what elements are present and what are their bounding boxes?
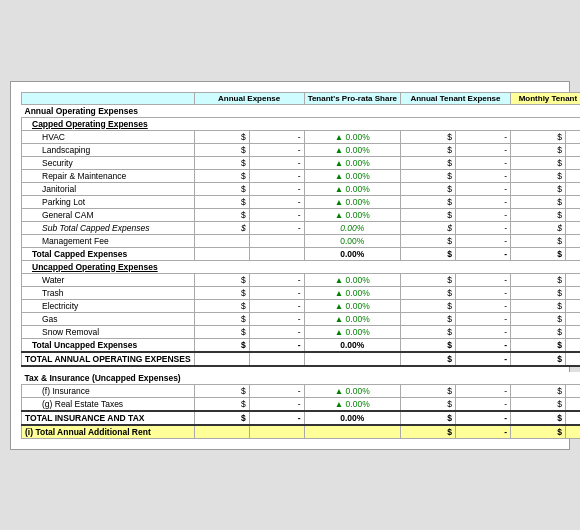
table-row: Trash $ - ▲ 0.00% $ - $ - — [22, 286, 581, 299]
table-row: Security $ - ▲ 0.00% $ - $ - — [22, 156, 581, 169]
trash-pct: ▲ 0.00% — [304, 286, 400, 299]
total-uncapped-row: Total Uncapped Expenses $ - 0.00% $ - $ … — [22, 338, 581, 352]
janitorial-dollar: $ — [194, 182, 249, 195]
janitorial-monthly-dollar: $ — [510, 182, 565, 195]
security-monthly-dollar: $ — [510, 156, 565, 169]
electricity-annual-amount: - — [455, 299, 510, 312]
table-row: HVAC $ - ▲ 0.00% $ - $ - — [22, 130, 581, 143]
insurance-monthly-amount: - — [565, 384, 580, 397]
water-monthly-dollar: $ — [510, 273, 565, 286]
mgmt-pct: 0.00% — [304, 234, 400, 247]
total-ins-pct: 0.00% — [304, 411, 400, 425]
landscaping-label: Landscaping — [22, 143, 195, 156]
snow-amount: - — [249, 325, 304, 338]
general-cam-monthly-dollar: $ — [510, 208, 565, 221]
janitorial-label: Janitorial — [22, 182, 195, 195]
annual-operating-label: Annual Operating Expenses — [22, 104, 581, 117]
water-amount: - — [249, 273, 304, 286]
total-ins-annual-dollar: $ — [400, 411, 455, 425]
real-estate-annual-amount: - — [455, 397, 510, 411]
electricity-monthly-dollar: $ — [510, 299, 565, 312]
total-uncapped-monthly-amount: - — [565, 338, 580, 352]
parking-monthly-amount: - — [565, 195, 580, 208]
gas-annual-amount: - — [455, 312, 510, 325]
rent-dollar1 — [194, 425, 249, 439]
subsection-uncapped: Uncapped Operating Expenses — [22, 260, 581, 273]
section-annual-operating: Annual Operating Expenses — [22, 104, 581, 117]
snow-dollar: $ — [194, 325, 249, 338]
electricity-label: Electricity — [22, 299, 195, 312]
landscaping-monthly-amount: - — [565, 143, 580, 156]
section-tax-insurance: Tax & Insurance (Uncapped Expenses) — [22, 372, 581, 385]
electricity-amount: - — [249, 299, 304, 312]
janitorial-annual-dollar: $ — [400, 182, 455, 195]
repair-annual-amount: - — [455, 169, 510, 182]
parking-annual-amount: - — [455, 195, 510, 208]
total-capped-label: Total Capped Expenses — [22, 247, 195, 260]
sub-capped-annual-amount: - — [455, 221, 510, 234]
total-capped-annual-amount: - — [455, 247, 510, 260]
table-row: Parking Lot $ - ▲ 0.00% $ - $ - — [22, 195, 581, 208]
total-annual-pct — [304, 352, 400, 366]
total-ins-dollar: $ — [194, 411, 249, 425]
real-estate-amount: - — [249, 397, 304, 411]
table-row: Gas $ - ▲ 0.00% $ - $ - — [22, 312, 581, 325]
sub-total-capped-label: Sub Total Capped Expenses — [22, 221, 195, 234]
gas-label: Gas — [22, 312, 195, 325]
water-monthly-amount: - — [565, 273, 580, 286]
table-row: Water $ - ▲ 0.00% $ - $ - — [22, 273, 581, 286]
water-pct: ▲ 0.00% — [304, 273, 400, 286]
general-cam-dollar: $ — [194, 208, 249, 221]
rent-annual-dollar: $ — [400, 425, 455, 439]
subtotal-capped-row: Sub Total Capped Expenses $ - 0.00% $ - … — [22, 221, 581, 234]
repair-pct: ▲ 0.00% — [304, 169, 400, 182]
total-capped-monthly-dollar: $ — [510, 247, 565, 260]
expense-table: Annual Expense Tenant's Pro-rata Share A… — [21, 92, 580, 439]
tax-insurance-label: Tax & Insurance (Uncapped Expenses) — [22, 372, 581, 385]
repair-dollar: $ — [194, 169, 249, 182]
repair-monthly-dollar: $ — [510, 169, 565, 182]
electricity-annual-dollar: $ — [400, 299, 455, 312]
security-monthly-amount: - — [565, 156, 580, 169]
mgmt-annual-dollar: $ — [400, 234, 455, 247]
security-pct: ▲ 0.00% — [304, 156, 400, 169]
trash-monthly-dollar: $ — [510, 286, 565, 299]
total-ins-monthly-dollar: $ — [510, 411, 565, 425]
total-uncapped-label: Total Uncapped Expenses — [22, 338, 195, 352]
real-estate-monthly-amount: - — [565, 397, 580, 411]
hvac-annual-amount: - — [455, 130, 510, 143]
total-insurance-tax-row: TOTAL INSURANCE AND TAX $ - 0.00% $ - $ … — [22, 411, 581, 425]
header-annual-expense: Annual Expense — [194, 92, 304, 104]
total-capped-monthly-amount: - — [565, 247, 580, 260]
total-insurance-tax-label: TOTAL INSURANCE AND TAX — [22, 411, 195, 425]
rent-annual-amount: - — [455, 425, 510, 439]
hvac-monthly-dollar: $ — [510, 130, 565, 143]
sub-capped-amount: - — [249, 221, 304, 234]
parking-amount: - — [249, 195, 304, 208]
security-dollar: $ — [194, 156, 249, 169]
general-cam-amount: - — [249, 208, 304, 221]
trash-annual-dollar: $ — [400, 286, 455, 299]
total-ins-annual-amount: - — [455, 411, 510, 425]
header-monthly-tenant: Monthly Tenant Expense — [510, 92, 580, 104]
snow-pct: ▲ 0.00% — [304, 325, 400, 338]
total-capped-dollar — [194, 247, 249, 260]
total-uncapped-pct: 0.00% — [304, 338, 400, 352]
total-capped-annual-dollar: $ — [400, 247, 455, 260]
sub-capped-dollar: $ — [194, 221, 249, 234]
total-additional-rent-label: (i) Total Annual Additional Rent — [22, 425, 195, 439]
total-uncapped-annual-dollar: $ — [400, 338, 455, 352]
landscaping-amount: - — [249, 143, 304, 156]
hvac-annual-dollar: $ — [400, 130, 455, 143]
table-row: Landscaping $ - ▲ 0.00% $ - $ - — [22, 143, 581, 156]
real-estate-dollar: $ — [194, 397, 249, 411]
sub-capped-annual-dollar: $ — [400, 221, 455, 234]
hvac-label: HVAC — [22, 130, 195, 143]
sub-capped-pct: 0.00% — [304, 221, 400, 234]
total-annual-monthly-dollar: $ — [510, 352, 565, 366]
management-fee-label: Management Fee — [22, 234, 195, 247]
total-annual-tenant-amount: - — [455, 352, 510, 366]
total-annual-dollar — [194, 352, 249, 366]
mgmt-amount — [249, 234, 304, 247]
hvac-amount: - — [249, 130, 304, 143]
